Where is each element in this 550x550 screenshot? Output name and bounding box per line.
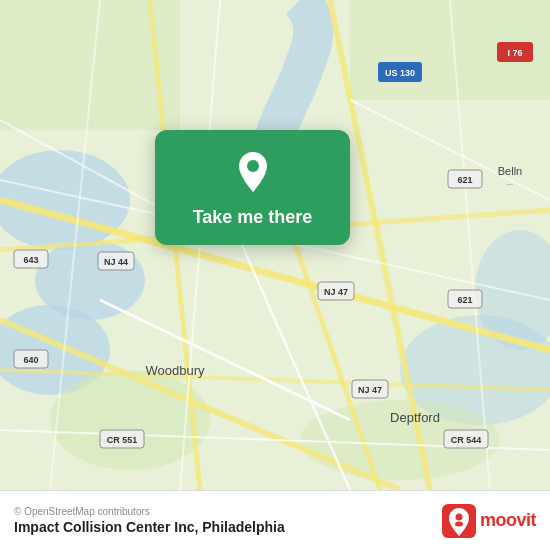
svg-text:...: ... — [507, 178, 514, 187]
svg-text:US 130: US 130 — [385, 68, 415, 78]
moovit-logo[interactable]: moovit — [442, 504, 536, 538]
svg-text:I 76: I 76 — [507, 48, 522, 58]
moovit-text: moovit — [480, 510, 536, 531]
footer-bar: © OpenStreetMap contributors Impact Coll… — [0, 490, 550, 550]
svg-text:NJ 44: NJ 44 — [104, 257, 128, 267]
take-me-there-label: Take me there — [193, 206, 313, 229]
footer-info: © OpenStreetMap contributors Impact Coll… — [14, 506, 285, 535]
svg-point-56 — [455, 521, 463, 526]
location-pin-icon — [229, 148, 277, 196]
navigation-popup[interactable]: Take me there — [155, 130, 350, 245]
svg-text:Deptford: Deptford — [390, 410, 440, 425]
svg-text:643: 643 — [23, 255, 38, 265]
svg-text:621: 621 — [457, 175, 472, 185]
svg-text:CR 551: CR 551 — [107, 435, 138, 445]
svg-text:NJ 47: NJ 47 — [324, 287, 348, 297]
svg-text:621: 621 — [457, 295, 472, 305]
svg-text:640: 640 — [23, 355, 38, 365]
svg-text:NJ 47: NJ 47 — [358, 385, 382, 395]
svg-text:CR 544: CR 544 — [451, 435, 482, 445]
attribution-text: © OpenStreetMap contributors — [14, 506, 285, 517]
svg-text:Woodbury: Woodbury — [145, 363, 205, 378]
moovit-icon — [442, 504, 476, 538]
svg-point-53 — [247, 160, 259, 172]
svg-point-55 — [455, 513, 462, 520]
map-view[interactable]: US 130 I 76 NJ 44 NJ 47 NJ 47 621 621 64… — [0, 0, 550, 490]
location-title: Impact Collision Center Inc, Philadelphi… — [14, 519, 285, 535]
svg-text:Belln: Belln — [498, 165, 522, 177]
